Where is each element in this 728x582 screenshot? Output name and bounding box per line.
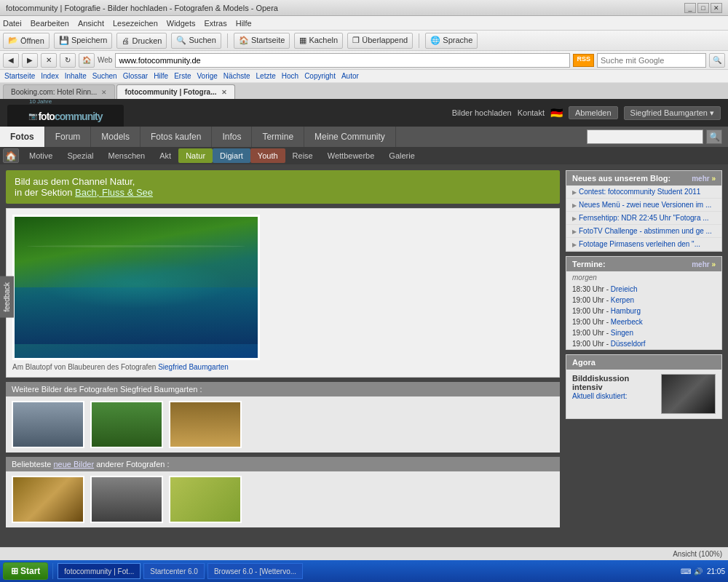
- upload-link[interactable]: Bilder hochladen: [452, 108, 512, 117]
- main-photo[interactable]: [12, 215, 260, 360]
- zoom-level[interactable]: Ansicht (100%): [673, 550, 722, 558]
- nav-models[interactable]: Models: [91, 127, 141, 147]
- search-go-button[interactable]: 🔍: [709, 53, 725, 68]
- breadcrumb-erste[interactable]: Erste: [174, 72, 191, 80]
- user-menu-button[interactable]: Siegfried Baumgarten ▾: [624, 106, 721, 120]
- search-button[interactable]: 🔍 Suchen: [171, 33, 221, 49]
- restore-button[interactable]: □: [697, 3, 709, 13]
- nav-search-input[interactable]: [587, 129, 703, 144]
- taskbar-item-startcenter[interactable]: Startcenter 6.0: [143, 563, 205, 579]
- stop-button[interactable]: ✕: [41, 53, 57, 68]
- termine-mehr-link[interactable]: mehr »: [692, 260, 716, 268]
- menu-hilfe[interactable]: Hilfe: [236, 19, 252, 28]
- close-button[interactable]: ✕: [711, 3, 722, 13]
- sub-nav-menschen[interactable]: Menschen: [100, 148, 152, 163]
- language-button[interactable]: 🌐 Sprache: [425, 33, 478, 49]
- breadcrumb-vorige[interactable]: Vorige: [197, 72, 217, 80]
- termine-hamburg-link[interactable]: Hamburg: [611, 307, 641, 315]
- termine-kerpen-link[interactable]: Kerpen: [611, 296, 634, 304]
- breadcrumb-hilfe[interactable]: Hilfe: [154, 72, 168, 80]
- breadcrumb-index[interactable]: Index: [41, 72, 58, 80]
- agora-thumbnail[interactable]: [661, 374, 716, 414]
- search-input[interactable]: [597, 53, 706, 68]
- tile-button[interactable]: ▦ Kacheln: [294, 33, 343, 49]
- sub-nav-spezial[interactable]: Spezial: [60, 148, 100, 163]
- thumbnail-1[interactable]: [12, 401, 84, 448]
- breadcrumb-inhalte[interactable]: Inhalte: [65, 72, 87, 80]
- blog-item-5[interactable]: ▶ Fototage Pirmasens verleihen den "...: [566, 238, 721, 251]
- popular-thumbnail-3[interactable]: [169, 476, 242, 523]
- rss-button[interactable]: RSS: [573, 54, 594, 67]
- popular-link[interactable]: neue Bilder: [53, 460, 94, 469]
- start-button[interactable]: ⊞ Start: [3, 562, 48, 580]
- blog-item-2[interactable]: ▶ Neues Menü - zwei neue Versionen im ..…: [566, 199, 721, 212]
- breadcrumb-suchen[interactable]: Suchen: [92, 72, 117, 80]
- channel-sub-link[interactable]: Bach, Fluss & See: [75, 187, 153, 198]
- breadcrumb-glossar[interactable]: Glossar: [123, 72, 148, 80]
- nav-search-button[interactable]: 🔍: [706, 129, 722, 144]
- minimize-button[interactable]: _: [684, 3, 696, 13]
- popular-thumbnail-2[interactable]: [90, 476, 163, 523]
- sub-nav-natur[interactable]: Natur: [178, 148, 213, 163]
- homepage-button[interactable]: 🏠: [79, 53, 95, 68]
- nav-fotos[interactable]: Fotos: [0, 127, 45, 147]
- blog-item-1[interactable]: ▶ Contest: fotocommunity Student 2011: [566, 186, 721, 199]
- sub-nav-akt[interactable]: Akt: [152, 148, 178, 163]
- forward-button[interactable]: ▶: [22, 53, 38, 68]
- reload-button[interactable]: ↻: [60, 53, 76, 68]
- nav-termine[interactable]: Termine: [252, 127, 304, 147]
- nav-infos[interactable]: Infos: [212, 127, 252, 147]
- termine-dusseldorf-link[interactable]: Düsseldorf: [611, 340, 646, 348]
- thumbnail-2[interactable]: [90, 401, 163, 448]
- nav-fotos-kaufen[interactable]: Fotos kaufen: [141, 127, 212, 147]
- site-logo[interactable]: 📷 fotocommunity: [7, 105, 124, 128]
- taskbar-item-fotocommunity[interactable]: fotocommunity | Fot...: [58, 563, 141, 579]
- agora-aktuell-link[interactable]: Aktuell diskutiert:: [572, 392, 628, 400]
- save-button[interactable]: 💾 Speichern: [54, 33, 113, 49]
- popular-thumbnail-1[interactable]: [12, 476, 84, 523]
- tab-fotocommunity[interactable]: fotocommunity | Fotogra... ✕: [116, 84, 234, 99]
- sub-nav-home-button[interactable]: 🏠: [3, 148, 19, 163]
- termine-dreieich-link[interactable]: Dreieich: [611, 285, 638, 293]
- thumbnail-3[interactable]: [169, 401, 242, 448]
- breadcrumb-copyright[interactable]: Copyright: [304, 72, 336, 80]
- blog-item-3[interactable]: ▶ Fernsehtipp: NDR 22:45 Uhr "Fotogra ..…: [566, 212, 721, 225]
- breadcrumb-autor[interactable]: Autor: [341, 72, 359, 80]
- open-button[interactable]: 📂 Öffnen: [3, 33, 50, 49]
- tab-booking[interactable]: Booking.com: Hotel Rinn... ✕: [3, 84, 115, 99]
- print-button[interactable]: 🖨 Drucken: [116, 33, 167, 49]
- blog-mehr-link[interactable]: mehr »: [692, 175, 716, 183]
- window-controls[interactable]: _ □ ✕: [684, 3, 722, 13]
- menu-bearbeiten[interactable]: Bearbeiten: [31, 19, 69, 28]
- sub-nav-galerie[interactable]: Galerie: [381, 148, 422, 163]
- nav-forum[interactable]: Forum: [45, 127, 92, 147]
- menu-ansicht[interactable]: Ansicht: [78, 19, 104, 28]
- photographer-link[interactable]: Siegfried Baumgarten: [158, 363, 229, 371]
- menu-extras[interactable]: Extras: [205, 19, 227, 28]
- sub-nav-digiart[interactable]: Digiart: [213, 148, 250, 163]
- tab-booking-close[interactable]: ✕: [101, 89, 107, 96]
- sub-nav-reise[interactable]: Reise: [285, 148, 320, 163]
- sub-nav-motive[interactable]: Motive: [22, 148, 60, 163]
- overlap-button[interactable]: ❐ Überlappend: [347, 33, 413, 49]
- blog-item-4[interactable]: ▶ FotoTV Challenge - abstimmen und ge ..…: [566, 225, 721, 238]
- sub-nav-youth[interactable]: Youth: [250, 148, 285, 163]
- breadcrumb-startseite[interactable]: Startseite: [4, 72, 35, 80]
- breadcrumb-hoch[interactable]: Hoch: [282, 72, 298, 80]
- sub-nav-wettbewerbe[interactable]: Wettbewerbe: [320, 148, 382, 163]
- home-button[interactable]: 🏠 Startseite: [234, 33, 290, 49]
- feedback-tab[interactable]: feedback: [0, 276, 14, 318]
- menu-widgets[interactable]: Widgets: [167, 19, 196, 28]
- termine-meerbeck-link[interactable]: Meerbeck: [611, 318, 643, 326]
- abmelden-button[interactable]: Abmelden: [569, 106, 618, 119]
- taskbar-item-browser[interactable]: Browser 6.0 - [Wettervo...: [207, 563, 303, 579]
- breadcrumb-naechste[interactable]: Nächste: [223, 72, 250, 80]
- tab-fotocommunity-close[interactable]: ✕: [221, 89, 227, 96]
- back-button[interactable]: ◀: [3, 53, 19, 68]
- contact-link[interactable]: Kontakt: [518, 108, 545, 117]
- termine-singen-link[interactable]: Singen: [611, 329, 633, 337]
- menu-datei[interactable]: Datei: [3, 19, 22, 28]
- breadcrumb-letzte[interactable]: Letzte: [256, 72, 276, 80]
- nav-meine-community[interactable]: Meine Community: [304, 127, 396, 147]
- menu-lesezeichen[interactable]: Lesezeichen: [113, 19, 158, 28]
